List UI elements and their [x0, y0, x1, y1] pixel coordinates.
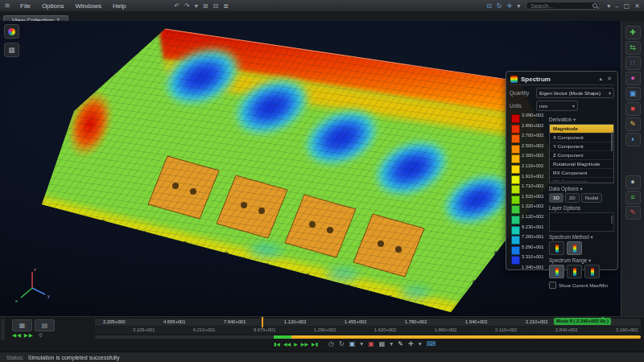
add-model-icon[interactable]: ✚: [625, 26, 641, 39]
units-select[interactable]: mm ▾: [536, 101, 578, 111]
search-options-dropdown-icon[interactable]: ▾: [605, 2, 613, 10]
range-local-button[interactable]: [567, 265, 582, 278]
view-dropdown-icon[interactable]: ▾: [514, 2, 522, 10]
views-icon[interactable]: ⊟: [211, 2, 221, 10]
derivation-option[interactable]: Y Component: [550, 142, 613, 151]
history-dropdown-icon[interactable]: ▾: [192, 2, 200, 10]
method-continuous-button[interactable]: [567, 241, 582, 255]
capture-dropdown-icon[interactable]: ▾: [357, 340, 365, 348]
timeline-drag-handle[interactable]: [1, 319, 5, 340]
range-auto-button[interactable]: [549, 265, 564, 278]
colorbar-icon: [573, 268, 576, 276]
hotkey-panel-icon[interactable]: ⌨: [424, 340, 439, 348]
loop-icon[interactable]: ↻: [336, 340, 347, 348]
display-modes-icon[interactable]: ▣: [625, 87, 641, 101]
step-forward-icon[interactable]: ▶▶: [24, 332, 34, 338]
rotate-view-icon[interactable]: ↻: [494, 2, 505, 10]
data-option-nodal[interactable]: Nodal: [581, 193, 602, 203]
section-cut-icon[interactable]: ◗: [625, 133, 641, 146]
quantity-select[interactable]: Eigen Vector (Mode Shape) ▾: [536, 88, 614, 98]
minimize-icon[interactable]: –: [613, 2, 621, 10]
snapshot-dropdown-icon[interactable]: ▾: [387, 340, 395, 348]
menu-windows[interactable]: Windows: [69, 2, 106, 10]
play-button[interactable]: ▶: [292, 341, 299, 347]
snapshot-icon[interactable]: ▦: [377, 340, 388, 348]
list-icon[interactable]: ≣: [221, 2, 231, 10]
data-options-header[interactable]: Data Options ▾: [549, 186, 614, 191]
derivation-header[interactable]: Derivation ▾: [549, 117, 614, 122]
search-input[interactable]: [526, 2, 600, 10]
frequency-tick: 1.620+002: [374, 327, 397, 332]
search-icon[interactable]: [592, 3, 597, 8]
panel-collapse-icon[interactable]: ▴: [597, 76, 605, 82]
restore-icon[interactable]: ▢: [621, 2, 633, 10]
current-position-marker[interactable]: [262, 317, 263, 327]
layout-icon[interactable]: ⊞: [200, 2, 211, 10]
step-forward-button[interactable]: ▶▶: [299, 341, 310, 347]
panel-close-icon[interactable]: ✕: [605, 76, 614, 82]
record-video-icon[interactable]: ▣: [365, 340, 377, 348]
legend-value: 2.110+002: [522, 163, 543, 168]
frequency-scale-row-2[interactable]: 3.105+0016.210+0019.675+0011.290+0021.62…: [95, 327, 641, 334]
axis-x-label: x: [15, 298, 18, 303]
step-back-icon[interactable]: ◀◀: [12, 332, 22, 338]
data-option-2d[interactable]: 2D: [565, 193, 580, 203]
quantity-label: Quantity: [510, 90, 536, 96]
legend-swatch: [511, 256, 520, 265]
show-current-checkbox[interactable]: [549, 282, 556, 289]
data-options-group: 3D2DNodal: [549, 193, 614, 203]
legend-value: 3.310+001: [522, 254, 544, 259]
range-custom-button[interactable]: [584, 265, 600, 278]
animation-speed-icon[interactable]: ◷: [326, 340, 336, 348]
derivation-option[interactable]: Rotational Magnitude: [550, 160, 613, 169]
app-logo-icon: ≋: [0, 2, 14, 10]
fit-view-icon[interactable]: ⊡: [484, 2, 494, 10]
derivation-option[interactable]: X Component: [550, 134, 613, 142]
first-frame-button[interactable]: ▮◀: [272, 341, 282, 347]
close-icon[interactable]: ✕: [632, 2, 642, 10]
record-icon[interactable]: ■: [625, 102, 641, 116]
data-option-3d[interactable]: 3D: [549, 193, 564, 203]
layers-icon[interactable]: ≡: [625, 191, 641, 204]
materials-icon[interactable]: ∷: [625, 56, 641, 70]
spectrum-toggle-button[interactable]: [4, 24, 19, 39]
model-viewport[interactable]: z x y ▦ ✚⇆∷●▣■✎◗ ●≡✎ Spectrum ▴ ✕ Qu: [0, 21, 644, 316]
spectrum-panel-header[interactable]: Spectrum ▴ ✕: [510, 73, 614, 85]
menu-options[interactable]: Options: [36, 2, 70, 10]
spectrum-panel: Spectrum ▴ ✕ Quantity Eigen Vector (Mode…: [506, 71, 618, 270]
right-toolbar-group-bottom: ●≡✎: [625, 175, 641, 220]
marker-dropdown-icon[interactable]: ▾: [416, 340, 424, 348]
angle-readout: 0: [39, 332, 43, 338]
spectrum-method-header[interactable]: Spectrum Method ▾: [549, 234, 614, 240]
orientation-icon[interactable]: ✛: [505, 2, 515, 10]
playback-buttons: ▮◀◀◀▶▶▶▶▮: [272, 341, 320, 347]
animation-scrubber[interactable]: [95, 335, 641, 339]
timeline-table-button[interactable]: ▦: [12, 319, 32, 331]
sync-views-icon[interactable]: ⇆: [625, 41, 641, 55]
spectrum-range-header[interactable]: Spectrum Range ▾: [549, 257, 614, 263]
edit-scene-icon[interactable]: ✎: [625, 206, 641, 220]
annotate-icon[interactable]: ✎: [625, 117, 641, 131]
last-frame-button[interactable]: ▶▮: [310, 341, 320, 347]
undo-icon[interactable]: ↶: [171, 2, 182, 10]
legend-value: 2.500+002: [522, 143, 544, 148]
annotation-pen-icon[interactable]: ✎: [395, 340, 406, 348]
derivation-option[interactable]: RY Component: [550, 178, 613, 183]
menu-help[interactable]: Help: [107, 2, 131, 10]
probe-icon[interactable]: ●: [625, 72, 641, 85]
add-marker-icon[interactable]: ✛: [406, 340, 416, 348]
menu-file[interactable]: File: [14, 2, 36, 10]
playback-controls: ▮◀◀◀▶▶▶▶▮ ◷↻▣▾▣▦▾✎✛▾⌨: [272, 340, 438, 348]
derivation-option[interactable]: Z Component: [550, 151, 613, 160]
legend-value: 7.260+001: [522, 234, 544, 239]
timeline-list-button[interactable]: ▤: [35, 319, 55, 331]
hotkeys-button[interactable]: ▦: [4, 43, 19, 57]
capture-screen-icon[interactable]: ▣: [347, 340, 358, 348]
render-sphere-icon[interactable]: ●: [625, 175, 641, 189]
step-back-button[interactable]: ◀◀: [282, 341, 292, 347]
layer-options-box[interactable]: [549, 212, 614, 232]
derivation-option[interactable]: Magnitude: [550, 125, 613, 134]
method-banded-button[interactable]: [549, 241, 564, 255]
redo-icon[interactable]: ↷: [182, 2, 192, 10]
derivation-option[interactable]: RX Component: [550, 169, 613, 178]
